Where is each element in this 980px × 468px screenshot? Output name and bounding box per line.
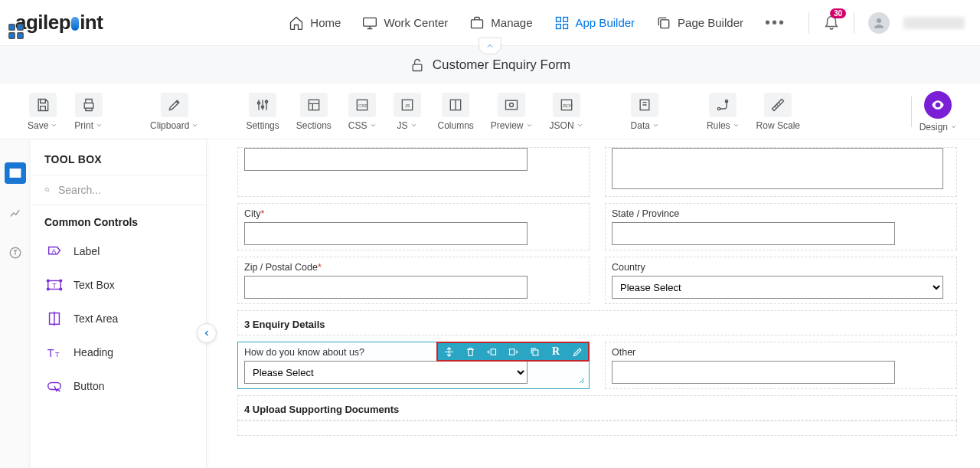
delete-button[interactable] [459,343,481,360]
edit-field-button[interactable] [567,343,588,360]
copy-button[interactable] [524,343,545,360]
move-handle[interactable] [438,343,459,360]
css-button[interactable]: CSS CSS [344,90,381,134]
toolbox-section-title: Common Controls [31,205,206,234]
print-button[interactable]: Print [70,90,107,134]
collapse-toolbox[interactable] [197,323,217,343]
notifications-button[interactable]: 30 [823,13,840,32]
js-button[interactable]: JS JS [389,90,426,134]
search-icon [44,183,51,197]
svg-text:A: A [51,247,57,255]
app-switcher[interactable] [8,23,24,42]
json-button[interactable]: JSON JSON [545,90,588,134]
field-country[interactable]: Country Please Select [605,257,957,304]
svg-rect-13 [84,103,93,108]
insert-left-button[interactable] [481,343,502,360]
how-know-select[interactable]: Please Select [244,361,528,384]
field-zip[interactable]: Zip / Postal Code* [237,257,590,304]
design-mode-button[interactable] [924,91,952,119]
settings-button[interactable]: Settings [241,90,283,134]
field-label: State / Province [612,208,950,219]
field-container[interactable] [605,147,957,197]
field-container[interactable] [237,147,590,197]
sections-button[interactable]: Sections [292,90,336,134]
field-how-know-selected[interactable]: R How do you know about us? Please Selec… [237,342,590,389]
field-other[interactable]: Other [605,342,957,389]
save-icon [29,93,57,117]
clipboard-button[interactable]: Clipboard [145,90,203,134]
collapse-header[interactable] [479,38,501,54]
form-title: Customer Enquiry Form [433,57,570,73]
svg-point-32 [45,188,48,191]
toolbox-item-heading[interactable]: TT Heading [31,335,206,369]
preview-icon [498,93,525,117]
svg-rect-17 [309,100,318,110]
zip-input[interactable] [244,276,528,299]
section-enquiry-details: 3 Enquiry Details [237,310,957,335]
nav-app-builder[interactable]: App Builder [554,15,635,31]
css-icon: CSS [348,93,376,117]
svg-rect-1 [472,19,483,28]
search-input[interactable] [58,184,192,196]
svg-rect-2 [556,17,560,21]
save-button[interactable]: Save [23,90,62,134]
home-icon [289,15,304,31]
svg-text:T: T [55,351,60,358]
lock-open-icon [410,57,425,73]
nav-label: Page Builder [678,16,743,29]
other-input[interactable] [612,361,895,384]
rules-button[interactable]: Rules [702,90,744,134]
username [903,17,965,29]
heading-icon: TT [44,343,64,362]
toolbox-item-textarea[interactable]: Text Area [31,302,206,335]
print-icon [75,93,103,117]
sidetab-text[interactable] [5,242,26,263]
toolbox-search[interactable] [31,175,206,205]
sidetab-analytics[interactable] [5,202,26,224]
insert-right-button[interactable] [502,343,524,360]
columns-button[interactable]: Columns [433,90,479,134]
state-input[interactable] [612,222,895,245]
toolbox-item-textbox[interactable]: T Text Box [31,268,206,302]
user-avatar[interactable] [868,12,890,34]
more-menu[interactable]: ••• [765,14,786,31]
city-input[interactable] [244,222,528,245]
svg-rect-0 [364,18,377,26]
preview-button[interactable]: Preview [486,90,537,134]
svg-rect-46 [533,350,538,355]
rules-field-button[interactable]: R [545,343,567,360]
svg-rect-8 [9,25,15,30]
field-container[interactable] [237,421,957,436]
nav-label: Work Center [384,16,448,29]
row-scale-button[interactable]: Row Scale [752,90,805,134]
nav-manage[interactable]: Manage [469,15,532,31]
country-select[interactable]: Please Select [612,276,943,299]
textarea-input[interactable] [612,148,943,189]
nav-label: Manage [491,16,532,29]
text-input[interactable] [244,148,528,171]
nav-label: App Builder [576,16,635,29]
field-state[interactable]: State / Province [605,203,957,250]
data-button[interactable]: Data [626,90,664,134]
sidetab-toolbox[interactable] [5,162,26,184]
nav-home[interactable]: Home [289,15,341,31]
nav-page-builder[interactable]: Page Builder [656,15,743,31]
toolbox-panel: TOOL BOX Common Controls A Label T Text … [31,139,207,468]
divider [911,97,912,127]
field-action-toolbar: R [436,342,590,362]
logo: agilepint [15,11,103,34]
svg-rect-23 [506,100,518,110]
js-icon: JS [394,93,421,117]
toolbox-item-button[interactable]: Button [31,369,206,403]
nav-label: Home [310,16,341,29]
resize-handle[interactable] [577,375,586,387]
svg-point-24 [510,103,514,106]
form-header: Customer Enquiry Form [0,46,980,84]
svg-point-37 [47,288,49,290]
monitor-icon [362,15,377,31]
nav-work-center[interactable]: Work Center [362,15,448,31]
rules-icon [709,93,737,117]
toolbox-item-label[interactable]: A Label [31,234,206,268]
field-city[interactable]: City* [237,203,590,250]
svg-rect-5 [563,24,567,28]
